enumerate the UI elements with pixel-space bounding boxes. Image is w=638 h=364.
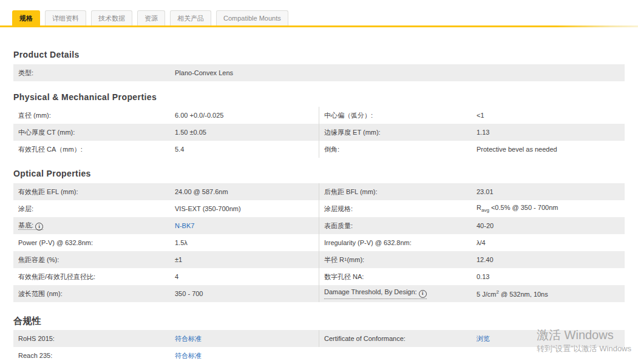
table-row: Reach 235: 符合标准 [13,347,625,364]
info-icon[interactable]: i [419,290,427,298]
spec-value-damage-threshold: 5 J/cm2 @ 532nm, 10ns [472,290,625,298]
table-row: 基底:i N-BK7 表面质量: 40-20 [13,217,625,234]
tab-bar: 规格 详细资料 技术数据 资源 相关产品 Compatible Mounts [0,0,638,25]
label-text: Damage Threshold, By Design: [324,288,417,295]
table-row: 中心厚度 CT (mm): 1.50 ±0.05 边缘厚度 ET (mm): 1… [13,124,625,141]
spec-value: 24.00 @ 587.6nm [170,188,319,195]
table-row: RoHS 2015: 符合标准 Certificate of Conforman… [13,330,625,347]
spec-value: λ/4 [472,239,625,246]
optical-properties-table: 有效焦距 EFL (mm): 24.00 @ 587.6nm 后焦距 BFL (… [13,183,625,302]
value-text: R [477,204,481,211]
tab-compatible-mounts[interactable]: Compatible Mounts [216,10,288,25]
spec-value: 5.4 [170,146,319,153]
label-text: (mm): [347,256,364,263]
spec-label: Reach 235: [13,352,170,359]
spec-label: 焦距容差 (%): [13,255,170,265]
table-row: 有效焦距/有效孔径直径比: 4 数字孔径 NA: 0.13 [13,268,625,285]
tab-details[interactable]: 详细资料 [45,10,86,25]
tab-specs[interactable]: 规格 [12,10,40,25]
spec-value: 0.13 [472,273,625,280]
info-icon[interactable]: i [35,223,43,231]
table-row: 波长范围 (nm): 350 - 700 Damage Threshold, B… [13,285,625,302]
spec-label-damage-threshold: Damage Threshold, By Design:i [319,285,472,302]
section-heading-physical-mechanical: Physical & Mechanical Properties [13,92,625,103]
spec-value: 1.5λ [170,239,319,246]
substrate-link[interactable]: N-BK7 [175,222,194,229]
label-text: 半径 R [324,255,344,265]
spec-label: 后焦距 BFL (mm): [319,183,472,200]
spec-label: 涂层规格: [319,200,472,217]
spec-label-substrate: 基底:i [13,221,170,231]
tab-technical-data[interactable]: 技术数据 [91,10,132,25]
spec-label: 类型: [13,69,170,78]
substrate-tooltip-label[interactable]: 基底:i [18,221,43,230]
spec-label: Irregularity (P-V) @ 632.8nm: [319,234,472,251]
tab-related-products[interactable]: 相关产品 [170,10,211,25]
spec-label: 有效焦距/有效孔径直径比: [13,272,170,281]
damage-threshold-tooltip-label[interactable]: Damage Threshold, By Design:i [324,288,427,299]
spec-label: RoHS 2015: [13,335,170,342]
label-text: 基底: [18,221,33,229]
section-heading-product-details: Product Details [13,50,625,60]
spec-label: 中心偏（弧分）: [319,107,472,124]
spec-value: VIS-EXT (350-700nm) [170,205,319,212]
spec-label: 倒角: [319,141,472,158]
spec-value: 6.00 +0.0/-0.025 [170,112,319,119]
spec-label: 有效孔径 CA（mm）: [13,145,170,154]
section-heading-compliance: 合规性 [13,315,625,326]
spec-value: Plano-Convex Lens [170,69,319,76]
table-row: 有效焦距 EFL (mm): 24.00 @ 587.6nm 后焦距 BFL (… [13,183,625,200]
spec-value: Protective bevel as needed [472,146,625,153]
tab-accent-underline [0,25,638,27]
spec-value: N-BK7 [170,222,319,229]
spec-label: 有效焦距 EFL (mm): [13,187,170,197]
value-text: @ 532nm, 10ns [499,290,548,297]
spec-label: Power (P-V) @ 632.8nm: [13,239,170,246]
spec-value-coating-spec: Ravg <0.5% @ 350 - 700nm [472,204,625,213]
reach-compliant-link[interactable]: 符合标准 [175,352,202,359]
spec-value: 1.50 ±0.05 [170,129,319,136]
spec-label: 波长范围 (nm): [13,289,170,298]
value-text: 5 J/cm [477,290,496,297]
specs-content: Product Details 类型: Plano-Convex Lens Ph… [13,50,625,364]
table-row: 类型: Plano-Convex Lens [13,64,625,81]
spec-value: 23.01 [472,188,625,195]
spec-label: 中心厚度 CT (mm): [13,128,170,137]
value-text: <0.5% @ 350 - 700nm [489,204,558,211]
spec-value: 浏览 [472,334,625,343]
product-details-table: 类型: Plano-Convex Lens [13,64,625,81]
section-heading-optical: Optical Properties [13,169,625,179]
table-row: 焦距容差 (%): ±1 半径 R1 (mm): 12.40 [13,251,625,268]
spec-label: 涂层: [13,204,170,214]
rohs-compliant-link[interactable]: 符合标准 [175,335,202,342]
spec-label: 表面质量: [319,217,472,234]
value-subscript: avg [481,208,489,214]
spec-label: 边缘厚度 ET (mm): [319,124,472,141]
spec-value: 40-20 [472,222,625,229]
spec-value: 12.40 [472,256,625,263]
spec-label: 直径 (mm): [13,111,170,120]
table-row: 直径 (mm): 6.00 +0.0/-0.025 中心偏（弧分）: <1 [13,107,625,124]
spec-value: ±1 [170,256,319,263]
spec-value: 350 - 700 [170,290,319,297]
spec-value: 符合标准 [170,351,319,360]
spec-value: 符合标准 [170,334,319,343]
spec-label: 数字孔径 NA: [319,268,472,285]
spec-label-radius: 半径 R1 (mm): [319,251,472,268]
spec-label: Certificate of Conformance: [319,330,472,347]
spec-value: <1 [472,112,625,119]
table-row: 有效孔径 CA（mm）: 5.4 倒角: Protective bevel as… [13,141,625,158]
table-row: Power (P-V) @ 632.8nm: 1.5λ Irregularity… [13,234,625,251]
compliance-table: RoHS 2015: 符合标准 Certificate of Conforman… [13,330,625,364]
certificate-view-link[interactable]: 浏览 [477,335,490,342]
tab-resources[interactable]: 资源 [137,10,165,25]
spec-value: 1.13 [472,129,625,136]
physical-properties-table: 直径 (mm): 6.00 +0.0/-0.025 中心偏（弧分）: <1 中心… [13,107,625,158]
spec-value: 4 [170,273,319,280]
table-row: 涂层: VIS-EXT (350-700nm) 涂层规格: Ravg <0.5%… [13,200,625,217]
